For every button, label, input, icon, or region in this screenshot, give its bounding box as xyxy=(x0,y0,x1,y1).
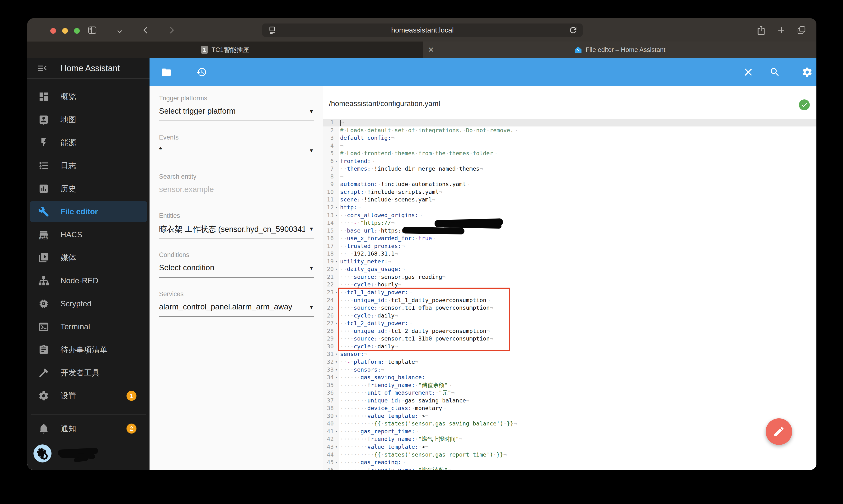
minimize-window-button[interactable] xyxy=(62,28,68,34)
menu-open-icon[interactable] xyxy=(37,63,48,74)
code-line-38[interactable]: 38▾········device_class:·monetary¬ xyxy=(323,404,817,412)
chevron-down-icon[interactable] xyxy=(115,26,124,37)
dropdown-caret-icon[interactable]: ▼ xyxy=(309,108,314,114)
code-line-32[interactable]: 32▾··-·platform:·template¬ xyxy=(323,358,817,366)
code-line-35[interactable]: 35▾········friendly_name:·"储值余额"¬ xyxy=(323,381,817,389)
code-line-42[interactable]: 42▾········friendly_name:·"燃气上报时间"¬ xyxy=(323,435,817,443)
search-icon[interactable] xyxy=(769,67,781,77)
forward-button[interactable] xyxy=(166,25,177,35)
code-line-8[interactable]: 8▾¬ xyxy=(323,173,817,181)
code-line-37[interactable]: 37▾········unique_id:·gas_saving_balance… xyxy=(323,397,817,404)
field-value[interactable]: * xyxy=(159,146,305,155)
sidebar-item-scrypted[interactable]: Scrypted xyxy=(27,292,149,315)
sidebar-item-概览[interactable]: 概览 xyxy=(27,85,149,108)
code-line-1[interactable]: 1▾¬ xyxy=(323,119,817,126)
field-input[interactable]: sensor.example xyxy=(159,185,305,194)
fold-arrow-icon[interactable]: ▾ xyxy=(334,443,339,451)
fold-arrow-icon[interactable]: ▾ xyxy=(334,265,339,273)
sidebar-item-开发者工具[interactable]: 开发者工具 xyxy=(27,361,149,384)
sidebar-item-能源[interactable]: 能源 xyxy=(27,131,149,154)
edit-fab-button[interactable] xyxy=(766,418,792,445)
code-line-39[interactable]: 39▾········value_template:·>¬ xyxy=(323,412,817,420)
code-line-14[interactable]: 14▾····-·"https://¬ xyxy=(323,219,817,227)
fold-arrow-icon[interactable]: ▾ xyxy=(334,157,339,165)
code-line-4[interactable]: 4▾¬ xyxy=(323,142,817,150)
field-value[interactable]: 晾衣架 工作状态 (sensor.hyd_cn_5900341... xyxy=(159,224,305,235)
code-line-17[interactable]: 17▾··trusted_proxies:¬ xyxy=(323,242,817,250)
dropdown-caret-icon[interactable]: ▼ xyxy=(309,265,314,271)
code-line-44[interactable]: 44▾··········{{·states('sensor.gas_repor… xyxy=(323,451,817,459)
code-line-43[interactable]: 43▾········value_template:·>¬ xyxy=(323,443,817,451)
dropdown-caret-icon[interactable]: ▼ xyxy=(309,148,314,154)
code-line-40[interactable]: 40▾··········{{·states('sensor.gas_savin… xyxy=(323,420,817,428)
sidebar-item-媒体[interactable]: 媒体 xyxy=(27,246,149,269)
field-value[interactable]: Select trigger platform xyxy=(159,107,305,115)
fold-arrow-icon[interactable]: ▾ xyxy=(334,212,339,219)
fold-arrow-icon[interactable]: ▾ xyxy=(334,458,339,466)
code-line-12[interactable]: 12▾http:¬ xyxy=(323,203,817,212)
tab-overview-icon[interactable] xyxy=(796,25,807,35)
reload-icon[interactable] xyxy=(569,25,578,35)
code-line-11[interactable]: 11▾scene:·!include·scenes.yaml¬ xyxy=(323,196,817,203)
tab-close-icon[interactable]: ✕ xyxy=(427,46,435,54)
sidebar-item-notifications[interactable]: 通知 2 xyxy=(27,417,149,440)
code-line-2[interactable]: 2▾#·Loads·default·set·of·integrations.·D… xyxy=(323,126,817,134)
browser-tab-1[interactable]: 1TC1智能插座 xyxy=(27,41,423,58)
sidebar-item-terminal[interactable]: Terminal xyxy=(27,315,149,338)
code-line-33[interactable]: 33▾····sensors:¬ xyxy=(323,366,817,374)
code-line-36[interactable]: 36▾········unit_of_measurement:·"元"¬ xyxy=(323,389,817,397)
code-line-34[interactable]: 34▾······gas_saving_balance:¬ xyxy=(323,374,817,381)
fold-arrow-icon[interactable]: ▾ xyxy=(334,350,339,358)
fold-arrow-icon[interactable]: ▾ xyxy=(334,366,339,374)
code-line-10[interactable]: 10▾script:·!include·scripts.yaml¬ xyxy=(323,188,817,196)
code-line-9[interactable]: 9▾automation:·!include·automations.yaml¬ xyxy=(323,180,817,188)
code-line-13[interactable]: 13▾··cors_allowed_origins:¬ xyxy=(323,212,817,219)
sidebar-item-file-editor[interactable]: File editor xyxy=(27,200,149,223)
gear-icon[interactable] xyxy=(802,67,813,77)
code-line-31[interactable]: 31▾sensor:¬ xyxy=(323,350,817,358)
sidebar-item-待办事项清单[interactable]: 待办事项清单 xyxy=(27,338,149,361)
code-line-15[interactable]: 15▾··base_url:·https://¬ xyxy=(323,227,817,235)
zoom-window-button[interactable] xyxy=(74,28,80,34)
close-window-button[interactable] xyxy=(50,28,56,34)
code-line-5[interactable]: 5▾#·Load·frontend·themes·from·the·themes… xyxy=(323,149,817,157)
back-button[interactable] xyxy=(141,25,151,35)
code-line-21[interactable]: 21▾····source:·sensor.gas_reading¬ xyxy=(323,273,817,281)
code-line-16[interactable]: 16▾··use_x_forwarded_for:·true¬ xyxy=(323,234,817,242)
code-line-19[interactable]: 19▾utility_meter:¬ xyxy=(323,258,817,266)
sidebar-item-日志[interactable]: 日志 xyxy=(27,154,149,177)
folder-icon[interactable] xyxy=(161,67,172,77)
sidebar-item-设置[interactable]: 设置1 xyxy=(27,384,149,407)
code-editor[interactable]: 1▾¬2▾#·Loads·default·set·of·integrations… xyxy=(323,119,817,470)
dropdown-caret-icon[interactable]: ▼ xyxy=(309,226,314,232)
avatar[interactable] xyxy=(34,445,52,463)
fold-arrow-icon[interactable]: ▾ xyxy=(334,203,339,212)
sidebar-toggle-icon[interactable] xyxy=(87,25,97,35)
code-line-41[interactable]: 41▾······gas_report_time:¬ xyxy=(323,428,817,435)
code-line-6[interactable]: 6▾frontend:¬ xyxy=(323,157,817,165)
field-value[interactable]: alarm_control_panel.alarm_arm_away xyxy=(159,302,305,311)
close-icon[interactable] xyxy=(743,67,754,77)
history-icon[interactable] xyxy=(196,67,207,77)
sidebar-user-row[interactable] xyxy=(27,440,149,467)
code-line-7[interactable]: 7▾··themes:·!include_dir_merge_named·the… xyxy=(323,165,817,173)
sidebar-item-node-red[interactable]: Node-RED xyxy=(27,269,149,292)
code-line-45[interactable]: 45▾······gas_reading:¬ xyxy=(323,458,817,466)
fold-arrow-icon[interactable]: ▾ xyxy=(334,374,339,381)
share-icon[interactable] xyxy=(756,25,766,35)
address-bar[interactable]: homeassistant.local xyxy=(262,23,582,37)
fold-arrow-icon[interactable]: ▾ xyxy=(334,258,339,266)
new-tab-icon[interactable] xyxy=(776,25,787,35)
code-line-18[interactable]: 18▾··-·192.168.31.1¬ xyxy=(323,250,817,258)
browser-tab-2[interactable]: ✕File editor – Home Assistant xyxy=(423,41,817,58)
fold-arrow-icon[interactable]: ▾ xyxy=(334,412,339,420)
fold-arrow-icon[interactable]: ▾ xyxy=(334,428,339,435)
field-value[interactable]: Select condition xyxy=(159,263,305,272)
code-line-20[interactable]: 20▾··daily_gas_usage:¬ xyxy=(323,265,817,273)
code-line-46[interactable]: 46▾········friendly_name:·"燃气读数"¬ xyxy=(323,466,817,470)
sidebar-item-历史[interactable]: 历史 xyxy=(27,177,149,200)
sidebar-item-地图[interactable]: 地图 xyxy=(27,108,149,131)
dropdown-caret-icon[interactable]: ▼ xyxy=(309,304,314,310)
sidebar-item-hacs[interactable]: HACSHACS xyxy=(27,223,149,246)
code-line-3[interactable]: 3▾default_config:¬ xyxy=(323,134,817,142)
